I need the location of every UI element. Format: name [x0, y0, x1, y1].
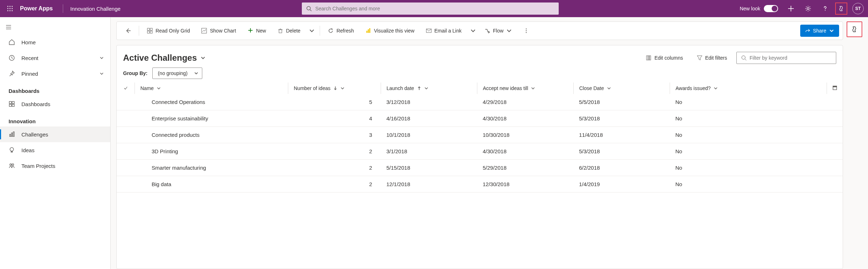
back-arrow-icon	[125, 28, 131, 34]
column-header-launch[interactable]: Launch date	[381, 83, 477, 94]
svg-rect-33	[150, 31, 152, 33]
visualize-button[interactable]: Visualize this view	[360, 24, 419, 37]
svg-rect-37	[279, 30, 282, 33]
column-header-accept[interactable]: Accept new ideas till	[477, 83, 573, 94]
cell-accept: 4/29/2018	[477, 94, 573, 110]
view-selector[interactable]: Active Challenges	[123, 53, 205, 63]
delete-split-button[interactable]	[307, 24, 317, 37]
flow-button[interactable]: Flow	[479, 24, 517, 37]
sidebar-item-challenges[interactable]: Challenges	[0, 126, 110, 142]
table-row[interactable]: Connected Operations53/12/20184/29/20185…	[117, 94, 843, 110]
column-header-name[interactable]: Name	[134, 83, 288, 94]
cell-launch: 12/1/2018	[381, 176, 477, 193]
svg-point-45	[526, 30, 527, 31]
cell-awards: No	[670, 176, 827, 193]
settings-button[interactable]	[801, 1, 815, 16]
column-overflow[interactable]	[827, 83, 843, 94]
edit-filters-button[interactable]: Edit filters	[692, 52, 731, 64]
cell-accept: 12/30/2018	[477, 176, 573, 193]
copilot-side-button[interactable]	[847, 21, 862, 37]
cell-close: 5/3/2018	[573, 110, 670, 127]
overflow-button[interactable]	[518, 24, 534, 37]
cell-close: 11/4/2018	[573, 127, 670, 143]
svg-rect-23	[10, 134, 11, 136]
add-button[interactable]	[784, 1, 798, 16]
column-header-close[interactable]: Close Date	[573, 83, 670, 94]
cell-ideas: 4	[288, 110, 381, 127]
svg-point-5	[12, 8, 13, 9]
read-only-grid-button[interactable]: Read Only Grid	[142, 24, 195, 37]
sidebar-section-innovation: Innovation	[0, 112, 110, 126]
select-all-header[interactable]	[117, 83, 134, 94]
svg-point-0	[7, 6, 9, 7]
refresh-button[interactable]: Refresh	[323, 24, 359, 37]
cell-awards: No	[670, 160, 827, 176]
show-chart-button[interactable]: Show Chart	[196, 24, 241, 37]
delete-button[interactable]: Delete	[273, 24, 305, 37]
plus-icon	[788, 5, 794, 12]
table-row[interactable]: 3D Printing23/1/20184/30/20185/3/2018No	[117, 143, 843, 160]
cell-close: 6/2/2018	[573, 160, 670, 176]
share-icon	[805, 28, 810, 33]
cell-launch: 10/1/2018	[381, 127, 477, 143]
group-by-select[interactable]: (no grouping)	[152, 68, 202, 79]
sidebar-item-home[interactable]: Home	[0, 34, 110, 50]
sidebar-item-ideas[interactable]: Ideas	[0, 142, 110, 158]
column-settings-icon	[833, 86, 837, 90]
cell-launch: 3/12/2018	[381, 94, 477, 110]
edit-columns-button[interactable]: Edit columns	[641, 52, 687, 64]
share-button[interactable]: Share	[800, 25, 839, 37]
avatar[interactable]: ST	[852, 3, 864, 14]
sidebar-item-label: Recent	[21, 55, 39, 61]
svg-rect-31	[150, 28, 152, 30]
copilot-header-button[interactable]	[835, 3, 847, 15]
column-header-ideas[interactable]: Number of ideas	[288, 83, 381, 94]
dashboard-icon	[9, 101, 15, 107]
column-header-awards[interactable]: Awards issued?	[670, 83, 827, 94]
table-row[interactable]: Smarter manufacturing25/15/20185/29/2018…	[117, 160, 843, 176]
svg-rect-40	[366, 31, 367, 33]
global-search-input[interactable]	[315, 6, 554, 11]
sidebar-item-label: Ideas	[21, 147, 35, 153]
svg-point-46	[526, 32, 527, 33]
clock-icon	[9, 55, 15, 61]
cell-accept: 4/30/2018	[477, 110, 573, 127]
sidebar-item-recent[interactable]: Recent	[0, 50, 110, 66]
sidebar-item-label: Pinned	[21, 71, 38, 77]
new-look-toggle[interactable]	[764, 5, 778, 12]
sidebar-item-team-projects[interactable]: Team Projects	[0, 158, 110, 174]
chevron-down-icon	[340, 86, 345, 90]
grid-icon	[147, 28, 153, 34]
email-link-button[interactable]: Email a Link	[421, 24, 467, 37]
svg-rect-30	[147, 28, 149, 30]
new-button[interactable]: New	[243, 24, 271, 37]
command-bar: Read Only Grid Show Chart New Delete	[116, 21, 843, 40]
svg-rect-56	[833, 86, 837, 87]
app-launcher-button[interactable]	[4, 3, 16, 14]
refresh-icon	[328, 28, 334, 34]
table-row[interactable]: Connected products310/1/201810/30/201811…	[117, 127, 843, 143]
svg-point-7	[10, 10, 11, 11]
sidebar-collapse-button[interactable]	[0, 20, 17, 34]
cell-awards: No	[670, 143, 827, 160]
help-button[interactable]	[818, 1, 832, 16]
email-link-split-button[interactable]	[468, 24, 478, 37]
sidebar-item-pinned[interactable]: Pinned	[0, 66, 110, 81]
cell-awards: No	[670, 110, 827, 127]
sidebar-item-dashboards[interactable]: Dashboards	[0, 96, 110, 112]
global-search[interactable]	[302, 3, 559, 15]
svg-line-10	[310, 10, 311, 11]
svg-rect-20	[12, 101, 14, 104]
sidebar-section-dashboards: Dashboards	[0, 81, 110, 96]
svg-point-3	[7, 8, 9, 9]
keyword-filter-input[interactable]	[750, 55, 832, 61]
table-row[interactable]: Big data212/1/201812/30/20181/4/2019No	[117, 176, 843, 193]
sidebar-item-label: Home	[21, 39, 36, 45]
sort-asc-icon	[417, 86, 421, 90]
back-button[interactable]	[120, 24, 136, 37]
table-row[interactable]: Enterprise sustainability44/16/20184/30/…	[117, 110, 843, 127]
chevron-down-icon	[309, 28, 315, 34]
keyword-filter[interactable]	[736, 52, 836, 64]
copilot-icon	[851, 26, 858, 33]
group-by-label: Group By:	[123, 70, 147, 76]
